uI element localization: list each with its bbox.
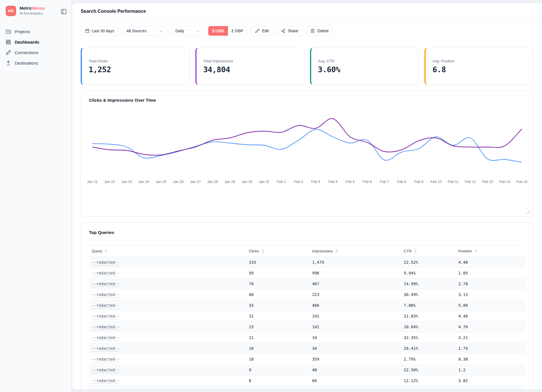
- table-row: --redacted--86612.12%3.82: [89, 375, 525, 386]
- query-cell[interactable]: --redacted--: [92, 292, 120, 297]
- query-cell[interactable]: --redacted--: [92, 378, 120, 383]
- value-cell: 9.94%: [401, 268, 456, 278]
- edit-button[interactable]: Edit: [251, 26, 273, 36]
- x-axis-tick-label: Jan 27: [190, 180, 201, 184]
- query-cell[interactable]: --redacted--: [92, 346, 120, 351]
- query-cell[interactable]: --redacted--: [92, 389, 120, 390]
- query-cell[interactable]: --redacted--: [92, 260, 120, 265]
- source-filter-value: All Sources: [126, 29, 146, 33]
- value-cell: 70: [246, 278, 309, 289]
- chart-title: Clicks & Impressions Over Time: [81, 98, 533, 103]
- value-cell: 2.78: [455, 278, 525, 289]
- edit-label: Edit: [262, 29, 269, 33]
- x-axis-tick-label: Feb 4: [328, 180, 338, 184]
- query-cell[interactable]: --redacted--: [92, 314, 120, 318]
- column-header-position[interactable]: Position: [455, 246, 525, 257]
- delete-button[interactable]: Delete: [306, 26, 333, 36]
- value-cell: 8: [246, 386, 309, 390]
- top-queries-table: QueryClicksImpressionsCTRPosition --reda…: [89, 245, 525, 390]
- sidebar-item-projects[interactable]: Projects: [0, 26, 71, 37]
- sort-icon: [474, 249, 477, 253]
- value-cell: 68: [246, 289, 309, 300]
- column-header-clicks[interactable]: Clicks: [246, 246, 309, 257]
- granularity-select[interactable]: Daily: [171, 26, 204, 36]
- value-cell: 223: [309, 289, 401, 300]
- table-row: --redacted--6822330.49%3.13: [89, 289, 525, 300]
- value-cell: 21.83%: [401, 311, 456, 321]
- series-impressions-line: [92, 119, 522, 155]
- share-label: Share: [288, 29, 298, 33]
- column-header-ctr[interactable]: CTR: [401, 246, 456, 257]
- value-cell: 2.79%: [401, 354, 456, 365]
- stat-value: 1,252: [89, 65, 183, 74]
- resize-handle-icon[interactable]: [526, 210, 530, 214]
- value-cell: 3.13: [455, 289, 525, 300]
- table-row: --redacted--103592.79%8.38: [89, 354, 525, 365]
- x-axis-tick-label: Feb 10: [430, 180, 441, 184]
- value-cell: 141: [309, 321, 401, 332]
- upload-icon: [6, 60, 11, 66]
- table-row: --redacted--94022.50%1.2: [89, 365, 525, 375]
- value-cell: 467: [309, 278, 401, 289]
- value-cell: 333: [246, 257, 309, 268]
- value-cell: 99: [246, 268, 309, 278]
- sidebar: MN MetricNexus AI-first Analytics Projec…: [0, 0, 72, 392]
- column-header-impressions[interactable]: Impressions: [309, 246, 401, 257]
- x-axis-tick-label: Feb 7: [380, 180, 389, 184]
- currency-usd-button[interactable]: $ USD: [208, 26, 228, 36]
- sidebar-item-connections[interactable]: Connections: [0, 47, 71, 58]
- x-axis-tick-label: Feb 15: [517, 180, 528, 184]
- value-cell: 359: [309, 354, 401, 365]
- column-label: CTR: [404, 249, 412, 253]
- query-cell[interactable]: --redacted--: [92, 271, 120, 275]
- source-filter-select[interactable]: All Sources: [122, 26, 167, 36]
- panel-left-icon: [61, 8, 67, 15]
- trash-icon: [310, 29, 315, 33]
- sidebar-item-label: Destinations: [15, 61, 38, 65]
- table-row: --redacted--3331,47922.52%4.48: [89, 257, 525, 268]
- x-axis-tick-label: Feb 14: [499, 180, 510, 184]
- value-cell: 40: [309, 365, 401, 375]
- line-chart-canvas: [92, 114, 522, 179]
- granularity-value: Daily: [175, 29, 184, 33]
- query-cell[interactable]: --redacted--: [92, 303, 120, 308]
- date-range-button[interactable]: Last 30 days: [81, 26, 118, 36]
- delete-label: Delete: [317, 29, 328, 33]
- value-cell: 3.21: [455, 332, 525, 343]
- x-axis-tick-label: Jan 31: [259, 180, 270, 184]
- share-button[interactable]: Share: [277, 26, 302, 36]
- chart-card: Clicks & Impressions Over Time Jan 21Jan…: [81, 91, 534, 217]
- sidebar-collapse-button[interactable]: [61, 8, 67, 15]
- sidebar-item-label: Connections: [15, 50, 38, 55]
- sidebar-item-destinations[interactable]: Destinations: [0, 58, 71, 68]
- chevron-down-icon: [159, 29, 163, 33]
- query-cell[interactable]: --redacted--: [92, 357, 120, 361]
- table-body: --redacted--3331,47922.52%4.48--redacted…: [89, 257, 525, 390]
- query-cell[interactable]: --redacted--: [92, 335, 120, 340]
- sort-icon: [414, 249, 417, 253]
- value-cell: 142: [309, 311, 401, 321]
- chart-x-axis-labels: Jan 21Jan 22Jan 23Jan 24Jan 25Jan 26Jan …: [92, 180, 522, 184]
- sidebar-item-dashboards[interactable]: Dashboards: [0, 37, 71, 47]
- value-cell: 4.48: [455, 311, 525, 321]
- pencil-icon: [255, 29, 260, 33]
- query-cell[interactable]: --redacted--: [92, 282, 120, 286]
- stat-card-total-clicks: Total Clicks 1,252: [81, 48, 190, 85]
- x-axis-tick-label: Feb 12: [465, 180, 476, 184]
- value-cell: 33: [246, 300, 309, 311]
- x-axis-tick-label: Feb 13: [482, 180, 493, 184]
- query-cell[interactable]: --redacted--: [92, 368, 120, 372]
- value-cell: 15: [246, 321, 309, 332]
- currency-gbp-button[interactable]: £ GBP: [228, 26, 247, 36]
- query-cell[interactable]: --redacted--: [92, 325, 120, 329]
- stat-value: 34,804: [203, 65, 297, 74]
- value-cell: 32.35%: [401, 332, 456, 343]
- value-cell: 22.52%: [401, 257, 456, 268]
- value-cell: 14.99%: [401, 278, 456, 289]
- column-header-query[interactable]: Query: [89, 246, 246, 257]
- page-header: Search Console Performance: [72, 3, 542, 19]
- stat-label: Total Impressions: [203, 59, 297, 63]
- column-label: Impressions: [312, 249, 333, 253]
- table-row: --redacted--113432.35%3.21: [89, 332, 525, 343]
- table-row: --redacted--3114221.83%4.48: [89, 311, 525, 321]
